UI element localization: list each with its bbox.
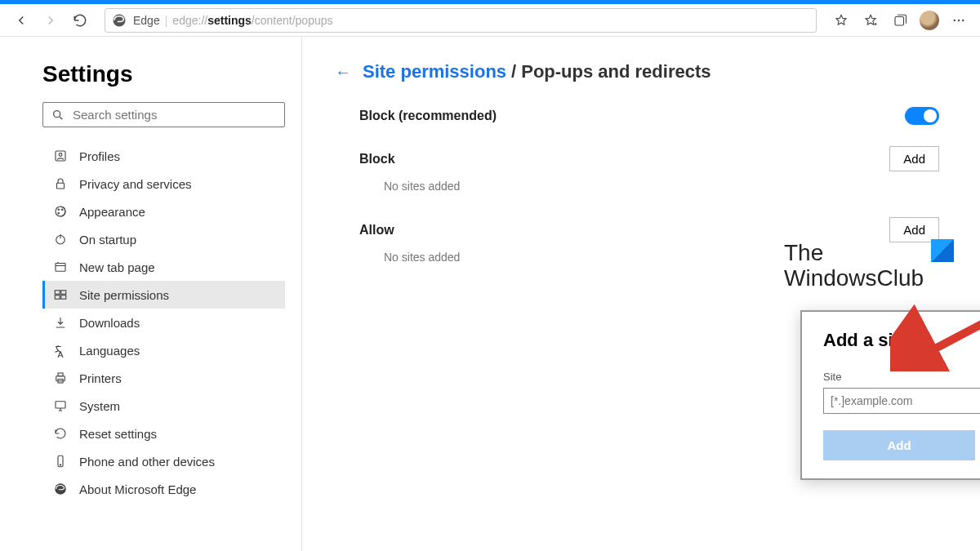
sidebar-item-privacy-and-services[interactable]: Privacy and services [42,170,285,198]
edge-icon [112,13,127,28]
download-icon [53,315,68,330]
sidebar-item-on-startup[interactable]: On startup [42,225,285,253]
search-icon [51,109,65,122]
site-url-input[interactable] [823,388,980,414]
svg-rect-14 [56,264,65,272]
block-section-row: Block Add [335,146,947,171]
reset-icon [53,426,68,441]
phone-icon [53,454,68,469]
breadcrumb-current: Pop-ups and redirects [521,61,710,82]
svg-rect-19 [56,376,65,381]
svg-rect-1 [895,16,904,25]
more-menu-icon[interactable] [946,7,972,33]
svg-rect-17 [55,295,60,300]
allow-add-button[interactable]: Add [889,217,939,242]
svg-point-5 [54,110,60,117]
sidebar-item-about-microsoft-edge[interactable]: About Microsoft Edge [42,475,285,503]
printer-icon [53,371,68,385]
sidebar-item-downloads[interactable]: Downloads [42,309,285,336]
url-suffix: /content/popups [252,14,333,27]
sidebar-item-label: Site permissions [79,288,169,302]
power-icon [53,232,68,247]
sidebar-item-label: On startup [79,233,136,247]
svg-rect-16 [61,291,66,295]
settings-main: ← Site permissions / Pop-ups and redirec… [302,37,980,551]
add-site-dialog: ✕ Add a site Site Add Cancel [800,310,980,480]
address-brand: Edge [133,14,160,27]
block-recommended-row: Block (recommended) [335,107,947,125]
svg-point-2 [954,19,956,20]
sidebar-item-reset-settings[interactable]: Reset settings [42,420,285,447]
sidebar-item-phone-and-other-devices[interactable]: Phone and other devices [42,447,285,475]
block-toggle[interactable] [905,107,939,125]
dialog-field-label: Site [823,371,980,383]
svg-rect-22 [56,402,65,408]
sidebar-item-label: Appearance [79,205,145,219]
sidebar-item-label: Printers [79,371,122,385]
settings-title: Settings [42,61,285,87]
svg-rect-20 [58,373,63,376]
url-prefix: edge:// [172,14,207,27]
profiles-icon [53,149,68,163]
sidebar-item-label: System [79,399,120,413]
profile-avatar[interactable] [916,7,942,33]
svg-point-4 [962,19,964,20]
dialog-title: Add a site [823,330,980,351]
block-add-button[interactable]: Add [889,146,939,171]
url-segment: settings [207,14,252,27]
search-input[interactable] [73,108,276,122]
browser-toolbar: Edge | edge://settings/content/popups [0,4,980,37]
address-bar[interactable]: Edge | edge://settings/content/popups [105,8,817,33]
block-no-sites: No sites added [335,180,947,193]
system-icon [53,398,68,413]
svg-point-7 [59,153,62,157]
sidebar-item-label: Profiles [79,149,120,163]
dialog-add-button[interactable]: Add [823,430,975,460]
lock-icon [53,176,68,191]
sidebar-item-appearance[interactable]: Appearance [42,198,285,225]
sidebar-item-site-permissions[interactable]: Site permissions [42,281,285,309]
breadcrumb: ← Site permissions / Pop-ups and redirec… [335,61,947,82]
svg-point-3 [958,19,960,20]
allow-label: Allow [359,223,394,238]
sidebar-item-label: Reset settings [79,427,157,441]
sidebar-item-label: Privacy and services [79,177,192,191]
language-icon [53,343,68,358]
watermark-text: The WindowsClub [784,241,924,291]
breadcrumb-back-icon[interactable]: ← [335,63,351,82]
block-label: Block [359,152,395,167]
svg-point-24 [60,464,60,465]
sidebar-item-new-tab-page[interactable]: New tab page [42,253,285,281]
permissions-icon [53,287,68,302]
forward-button[interactable] [38,7,64,33]
block-recommended-label: Block (recommended) [359,109,497,123]
newtab-icon [53,260,68,274]
edge-icon [53,482,68,496]
back-button[interactable] [8,7,34,33]
refresh-button[interactable] [67,7,93,33]
sidebar-item-profiles[interactable]: Profiles [42,142,285,170]
allow-no-sites: No sites added [335,251,947,264]
settings-sidebar: Settings ProfilesPrivacy and servicesApp… [0,37,302,551]
sidebar-item-languages[interactable]: Languages [42,336,285,364]
sidebar-item-system[interactable]: System [42,392,285,420]
svg-rect-8 [57,183,65,189]
svg-rect-18 [61,295,66,300]
sidebar-item-label: New tab page [79,260,155,274]
svg-rect-15 [55,291,60,295]
sidebar-item-label: About Microsoft Edge [79,482,196,496]
favorites-add-icon[interactable] [858,7,884,33]
sidebar-item-label: Languages [79,344,140,358]
appearance-icon [53,204,68,219]
allow-section-row: Allow Add [335,217,947,242]
sidebar-item-label: Downloads [79,316,140,330]
collections-icon[interactable] [887,7,913,33]
sidebar-item-label: Phone and other devices [79,455,215,469]
svg-point-12 [58,213,60,215]
favorite-star-icon[interactable] [828,7,854,33]
search-settings[interactable] [42,102,285,127]
breadcrumb-link[interactable]: Site permissions [363,61,506,82]
settings-nav: ProfilesPrivacy and servicesAppearanceOn… [42,142,285,503]
sidebar-item-printers[interactable]: Printers [42,364,285,392]
svg-point-10 [58,209,60,211]
